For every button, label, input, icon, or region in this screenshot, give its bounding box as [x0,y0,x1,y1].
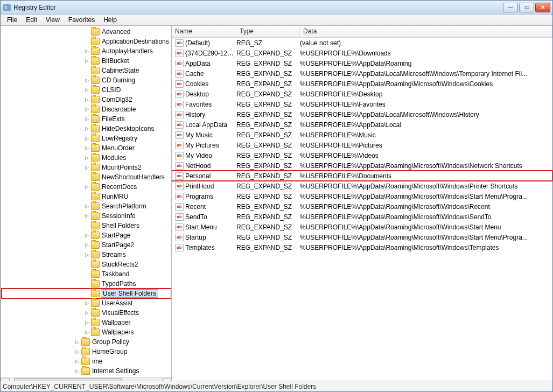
tree-item[interactable]: ▷AutoplayHandlers [2,46,171,56]
tree-item[interactable]: ▷Group Policy [2,337,171,347]
titlebar[interactable]: Registry Editor — ▭ ✕ [1,1,552,15]
expander-icon[interactable] [83,271,90,277]
list-row[interactable]: abHistoryREG_EXPAND_SZ%USERPROFILE%\AppD… [172,109,552,120]
expander-icon[interactable]: ▷ [74,368,80,374]
tree-item[interactable]: ▷MenuOrder [2,143,171,153]
tree-item[interactable]: ▷VisualEffects [2,308,171,318]
list-row[interactable]: abSendToREG_EXPAND_SZ%USERPROFILE%\AppDa… [172,212,552,222]
list-row[interactable]: abMy PicturesREG_EXPAND_SZ%USERPROFILE%\… [172,140,552,150]
expander-icon[interactable]: ▷ [74,348,80,355]
expander-icon[interactable]: ▷ [83,300,90,306]
col-data[interactable]: Data [300,26,552,37]
tree-item[interactable]: ▷RecentDocs [2,182,171,192]
expander-icon[interactable] [83,261,90,268]
expander-icon[interactable]: ▷ [83,184,90,190]
tree-item[interactable]: ApplicationDestinations [2,37,171,46]
expander-icon[interactable] [83,281,90,287]
list-row[interactable]: ab(Default)REG_SZ(value not set) [172,38,552,48]
col-name[interactable]: Name [172,26,236,37]
list-row[interactable]: abPersonalREG_EXPAND_SZ%USERPROFILE%\Doc… [172,171,552,181]
list-row[interactable]: abCookiesREG_EXPAND_SZ%USERPROFILE%\AppD… [172,79,552,89]
list-row[interactable]: ab{374DE290-123F...REG_EXPAND_SZ%USERPRO… [172,48,552,58]
expander-icon[interactable] [83,29,90,35]
tree-item[interactable]: StuckRects2 [2,260,171,269]
expander-icon[interactable]: ▷ [83,155,90,161]
expander-icon[interactable]: ▷ [83,87,90,93]
tree-item[interactable]: ▷CLSID [2,85,171,95]
expander-icon[interactable]: ▷ [83,251,90,258]
list-row[interactable]: abLocal AppDataREG_EXPAND_SZ%USERPROFILE… [172,120,552,130]
tree-item[interactable]: ▷Wallpaper [2,318,171,327]
tree-item[interactable]: ▷SessionInfo [2,211,171,221]
expander-icon[interactable]: ▷ [83,48,90,54]
list-pane[interactable]: Name Type Data ab(Default)REG_SZ(value n… [172,26,552,381]
list-row[interactable]: abFavoritesREG_EXPAND_SZ%USERPROFILE%\Fa… [172,99,552,109]
scroll-thumb[interactable] [14,378,122,381]
tree-item[interactable]: ▷ime [2,356,171,366]
list-row[interactable]: abMy MusicREG_EXPAND_SZ%USERPROFILE%\Mus… [172,130,552,140]
list-row[interactable]: abPrintHoodREG_EXPAND_SZ%USERPROFILE%\Ap… [172,181,552,191]
expander-icon[interactable] [83,290,90,297]
tree-item[interactable]: ▷HideDesktopIcons [2,124,171,134]
expander-icon[interactable]: ▷ [83,145,90,151]
tree-item[interactable]: CabinetState [2,66,171,75]
list-row[interactable]: abTemplatesREG_EXPAND_SZ%USERPROFILE%\Ap… [172,242,552,253]
minimize-button[interactable]: — [503,3,518,12]
tree-item[interactable]: TypedPaths [2,279,171,289]
expander-icon[interactable]: ▷ [83,319,90,326]
tree-item[interactable]: Taskband [2,269,171,279]
tree-item[interactable]: RunMRU [2,192,171,201]
tree-item[interactable]: ▷MountPoints2 [2,163,171,172]
tree-item[interactable]: ▷Streams [2,250,171,260]
list-row[interactable]: abDesktopREG_EXPAND_SZ%USERPROFILE%\Desk… [172,89,552,99]
menu-edit[interactable]: Edit [22,15,41,25]
expander-icon[interactable] [83,193,90,200]
expander-icon[interactable]: ▷ [83,232,90,239]
expander-icon[interactable]: ▷ [83,96,90,103]
maximize-button[interactable]: ▭ [519,3,534,12]
tree-item[interactable]: Shell Folders [2,221,171,230]
expander-icon[interactable]: ▷ [83,77,90,83]
list-row[interactable]: abStartupREG_EXPAND_SZ%USERPROFILE%\AppD… [172,232,552,242]
expander-icon[interactable]: ▷ [83,116,90,122]
tree-item[interactable]: ▷BitBucket [2,56,171,66]
list-row[interactable]: abNetHoodREG_EXPAND_SZ%USERPROFILE%\AppD… [172,160,552,171]
scroll-left-button[interactable]: ◀ [1,378,10,381]
tree-item[interactable]: ▷ComDlg32 [2,95,171,104]
expander-icon[interactable]: ▷ [74,358,80,365]
tree-item[interactable]: ▷LowRegistry [2,134,171,143]
scroll-right-button[interactable]: ▶ [162,378,171,381]
list-row[interactable]: abCacheREG_EXPAND_SZ%USERPROFILE%\AppDat… [172,68,552,79]
tree-item[interactable]: ▷StartPage2 [2,240,171,250]
expander-icon[interactable]: ▷ [83,164,90,171]
expander-icon[interactable] [83,67,90,74]
expander-icon[interactable]: ▷ [83,310,90,316]
expander-icon[interactable]: ▷ [83,106,90,113]
expander-icon[interactable]: ▷ [83,125,90,132]
tree-item[interactable]: ▷Internet Settings [2,366,171,376]
tree-item[interactable]: ▷UserAssist [2,298,171,308]
tree-item[interactable]: ▷Wallpapers [2,327,171,337]
expander-icon[interactable] [83,174,90,180]
expander-icon[interactable] [83,38,90,45]
expander-icon[interactable]: ▷ [74,339,80,345]
list-row[interactable]: abProgramsREG_EXPAND_SZ%USERPROFILE%\App… [172,191,552,201]
tree-item[interactable]: ▷Modules [2,153,171,163]
expander-icon[interactable]: ▷ [83,213,90,219]
tree-item[interactable]: ▷HomeGroup [2,347,171,356]
tree-hscrollbar[interactable]: ◀ ▶ [1,377,171,381]
list-row[interactable]: abStart MenuREG_EXPAND_SZ%USERPROFILE%\A… [172,222,552,232]
tree-item[interactable]: NewShortcutHandlers [2,172,171,182]
expander-icon[interactable]: ▷ [83,58,90,64]
expander-icon[interactable]: ▷ [83,135,90,142]
close-button[interactable]: ✕ [535,3,550,12]
expander-icon[interactable]: ▷ [83,329,90,335]
list-row[interactable]: abRecentREG_EXPAND_SZ%USERPROFILE%\AppDa… [172,201,552,212]
expander-icon[interactable]: ▷ [83,242,90,248]
tree-item[interactable]: ▷SearchPlatform [2,201,171,211]
menu-view[interactable]: View [41,15,64,25]
menu-file[interactable]: File [3,15,22,25]
tree-item[interactable]: Advanced [2,27,171,37]
menu-help[interactable]: Help [99,15,121,25]
col-type[interactable]: Type [236,26,300,37]
